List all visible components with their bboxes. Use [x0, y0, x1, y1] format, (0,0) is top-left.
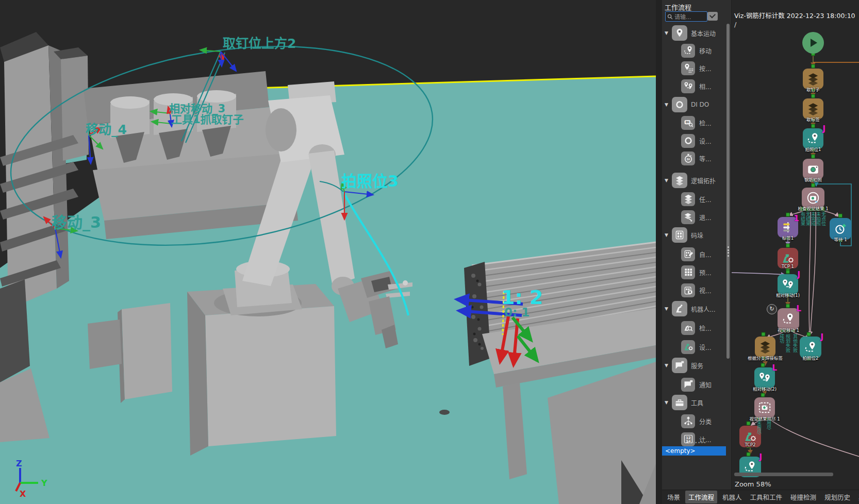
tree-item-by-grid[interactable]: 按...: [662, 60, 726, 76]
panel-divider[interactable]: [656, 0, 662, 504]
node-label: 取标签: [806, 116, 820, 122]
axis-y-label: Y: [41, 478, 47, 488]
application-window: 取钉位上方2 相对移动_3 工具1抓取钉子 移动_4 移动_3 拍照位3 1: …: [0, 0, 859, 504]
node-label: 拍照位1: [805, 146, 821, 152]
search-input[interactable]: 请输...: [665, 11, 707, 22]
node-label: 取钉子: [806, 86, 820, 92]
tree-item-relative[interactable]: 相...: [662, 78, 726, 94]
collapse-arrow-icon[interactable]: ▼: [665, 232, 668, 238]
branch-label: 未拍照: [816, 212, 821, 226]
collapse-arrow-icon[interactable]: ▼: [665, 363, 668, 368]
tree-resize-grip[interactable]: ••••••: [689, 442, 704, 444]
branch-label: 用尽: [766, 421, 771, 430]
tree-item-move[interactable]: 移动: [662, 42, 726, 59]
tree-group-tools[interactable]: ▼工具: [662, 394, 726, 411]
motion-type-badge: L: [772, 363, 777, 373]
workflow-node-library: 工作流程 请输... ▼基本运动 移动 按... 相... ▼DI DO 检..…: [662, 0, 731, 490]
branch-label: 无结果: [805, 212, 811, 226]
tree-item-wait-di[interactable]: 等...: [662, 150, 726, 166]
tree-item-set-do[interactable]: 设...: [662, 132, 726, 149]
tree-group-di-do[interactable]: ▼DI DO: [662, 96, 726, 113]
tree-item-robot-check[interactable]: 检...: [662, 320, 726, 336]
tab-robot[interactable]: 机器人: [719, 491, 745, 503]
tab-workflow[interactable]: 工作流程: [685, 491, 717, 503]
tab-planning-history[interactable]: 规划历史: [821, 491, 853, 503]
node-label: 标签1: [782, 234, 794, 241]
panel-title: 工作流程: [665, 2, 691, 12]
tree-item-robot-set[interactable]: 设...: [662, 339, 726, 355]
filter-checkbox[interactable]: [707, 12, 718, 21]
search-placeholder: 请输...: [674, 12, 691, 21]
tree-group-palletize[interactable]: ▼码垛: [662, 227, 726, 243]
ring-icon: [672, 97, 687, 112]
layers-icon: [681, 192, 695, 206]
tree-group-service[interactable]: ▼服务: [662, 357, 726, 374]
grid-icon: [681, 265, 695, 279]
node-vision-result-exhausted[interactable]: [754, 397, 775, 418]
tab-other[interactable]: 其他: [855, 491, 859, 503]
branch-label: 其他失败: [792, 334, 798, 352]
classify-icon: [681, 414, 695, 428]
workflow-canvas[interactable]: Viz-钢筋打标计数 2022-12-23 18:00:10 /: [731, 0, 859, 490]
layers-icon: [672, 173, 687, 188]
tree-item-exit[interactable]: 退...: [662, 209, 726, 225]
motion-type-badge: L: [796, 304, 801, 313]
node-label: 检查视觉结果 1: [798, 205, 828, 211]
clock-plus-icon: [834, 222, 847, 236]
play-button[interactable]: [802, 32, 824, 54]
tab-collision-check[interactable]: 碰撞检测: [787, 491, 819, 503]
node-label: TCP2: [745, 442, 755, 447]
collapse-arrow-icon[interactable]: ▼: [665, 400, 668, 405]
tab-tools-workpieces[interactable]: 工具和工件: [747, 491, 786, 503]
motion-type-badge: J: [759, 452, 762, 462]
waypoint-label-pick-above: 取钉位上方2: [223, 36, 296, 51]
tab-scene[interactable]: 场景: [664, 491, 683, 503]
tree-group-basic-motion[interactable]: ▼基本运动: [662, 25, 726, 41]
pin-icon: [672, 25, 687, 41]
node-label: 等待 1: [834, 236, 847, 242]
node-label: 根据分支焊接标签: [748, 355, 783, 361]
tree-item-vision-pallet[interactable]: 视...: [662, 282, 726, 298]
tree-group-robot[interactable]: ▼机器人...: [662, 300, 726, 317]
pallet-icon: [672, 227, 687, 243]
signpost-icon: [781, 221, 795, 234]
splitter-grip[interactable]: [726, 246, 730, 257]
axis-z-label: Z: [16, 459, 22, 468]
two-pins-icon: [681, 79, 695, 93]
di-check-icon: [681, 116, 695, 130]
selected-empty-row[interactable]: <empty>: [662, 446, 726, 456]
canvas-horizontal-scrollbar[interactable]: [734, 473, 833, 476]
node-branch-weld-label[interactable]: [755, 337, 775, 357]
collapse-arrow-icon[interactable]: ▼: [665, 102, 668, 107]
branch-label: 无点位: [821, 212, 826, 226]
tree-item-notify[interactable]: 通知: [662, 376, 726, 393]
branch-label: 未完成: [811, 212, 816, 226]
tree-item-preset-pallet[interactable]: 预...: [662, 264, 726, 280]
tree-item-task[interactable]: 任...: [662, 191, 726, 207]
robot-arm-icon: [672, 301, 687, 316]
tree-item-custom-pallet[interactable]: 自...: [662, 246, 726, 262]
motion-type-badge: J: [797, 270, 800, 279]
search-icon: [667, 14, 673, 20]
node-relative-move-2[interactable]: L: [754, 367, 775, 388]
chat-bubble-icon: [681, 378, 695, 392]
node-label: 相对移动(1): [776, 292, 800, 298]
collapse-arrow-icon[interactable]: ▼: [665, 306, 668, 311]
tree-item-check-di[interactable]: 检...: [662, 114, 726, 131]
collapse-arrow-icon[interactable]: ▼: [665, 30, 668, 36]
tree-scrollbar[interactable]: [726, 24, 730, 359]
3d-viewport[interactable]: 取钉位上方2 相对移动_3 工具1抓取钉子 移动_4 移动_3 拍照位3 1: …: [0, 0, 656, 504]
tag-number-badge: 1: [794, 214, 799, 223]
tree-item-classify[interactable]: 分类: [662, 413, 726, 429]
stopwatch-icon: [681, 152, 695, 165]
node-label: 拍照位2: [803, 355, 819, 361]
node-label: 钢筋拍照: [804, 176, 822, 182]
motion-type-badge: J: [822, 124, 825, 133]
loop-badge-icon: ↻: [767, 304, 777, 314]
robot-search-icon: [681, 321, 695, 335]
branch-label: 规划失败: [785, 334, 790, 352]
collapse-arrow-icon[interactable]: ▼: [665, 178, 668, 183]
pallet-camera-icon: [681, 283, 695, 297]
tree-group-logic[interactable]: ▼逻辑拓扑: [662, 172, 726, 189]
node-label: TCP 1: [782, 264, 794, 269]
